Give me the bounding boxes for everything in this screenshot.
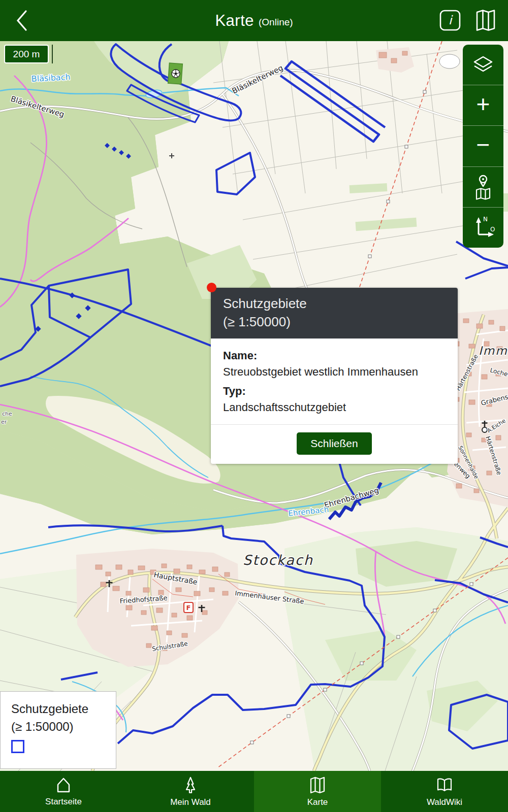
label-fragment: che xyxy=(2,411,12,417)
zoom-in-button[interactable]: + xyxy=(463,85,503,125)
soccer-field-icon xyxy=(168,63,183,84)
scale-label: 200 m xyxy=(13,49,40,60)
nav-label: WaldWiki xyxy=(427,797,462,807)
selected-feature-marker[interactable] xyxy=(207,283,216,292)
north-label: N xyxy=(483,216,488,223)
info-icon[interactable]: i xyxy=(439,9,461,32)
svg-text:i: i xyxy=(449,13,453,27)
page-title-suffix: (Online) xyxy=(259,17,293,28)
page-title: Karte (Online) xyxy=(0,0,508,41)
scale-indicator: 200 m xyxy=(4,45,49,63)
nav-label: Startseite xyxy=(45,797,82,807)
layers-icon xyxy=(470,53,496,77)
fire-station-icon: F xyxy=(184,602,193,613)
locate-on-map-button[interactable] xyxy=(463,166,503,207)
legend-scale: (≥ 1:50000) xyxy=(11,718,116,735)
plus-icon: + xyxy=(477,92,490,116)
place-label: Stockach xyxy=(243,552,313,568)
place-label: Imm xyxy=(479,344,508,357)
map-layout-icon[interactable] xyxy=(474,9,497,32)
map-controls: + − N O xyxy=(463,45,503,248)
field-value-type: Landschaftsschutzgebiet xyxy=(223,401,446,414)
home-icon xyxy=(53,776,74,794)
popup-header: Schutzgebiete (≥ 1:50000) xyxy=(211,288,458,339)
feature-info-popup: Schutzgebiete (≥ 1:50000) Name: Streuobs… xyxy=(211,288,458,464)
popup-body: Name: Streuobstgebiet westlich Immenhaus… xyxy=(211,339,458,424)
svg-text:F: F xyxy=(186,604,191,612)
layers-button[interactable] xyxy=(463,45,503,85)
page-title-text: Karte xyxy=(215,12,254,30)
tree-icon xyxy=(180,775,201,795)
locate-map-icon xyxy=(470,173,496,201)
app-header: Karte (Online) i xyxy=(0,0,508,41)
east-label: O xyxy=(490,226,495,233)
water-label: Bläsibach xyxy=(31,72,71,84)
minus-icon: − xyxy=(477,133,490,156)
popup-title: Schutzgebiete xyxy=(223,294,446,313)
field-label-type: Typ: xyxy=(223,385,446,398)
close-button[interactable]: Schließen xyxy=(297,432,371,455)
legend-title: Schutzgebiete xyxy=(11,700,116,718)
map-view[interactable]: F Bläsibach Bläsikelterweg Bläsikelterwe… xyxy=(0,41,508,771)
legend-symbol-square xyxy=(11,740,24,753)
field-value-name: Streuobstgebiet westlich Immenhausen xyxy=(223,365,446,379)
nav-label: Mein Wald xyxy=(170,797,211,807)
popup-title-scale: (≥ 1:50000) xyxy=(223,313,446,331)
compass-button[interactable]: N O xyxy=(463,207,503,248)
bottom-navigation: Startseite Mein Wald Karte WaldWiki xyxy=(0,771,508,812)
nav-item-karte[interactable]: Karte xyxy=(254,771,381,812)
field-label-name: Name: xyxy=(223,349,446,362)
book-icon xyxy=(434,775,455,795)
nav-item-startseite[interactable]: Startseite xyxy=(0,771,127,812)
popup-footer: Schließen xyxy=(211,424,458,464)
nav-item-waldwiki[interactable]: WaldWiki xyxy=(381,771,508,812)
map-icon xyxy=(307,775,328,795)
legend-panel: Schutzgebiete (≥ 1:50000) xyxy=(0,691,116,769)
zoom-out-button[interactable]: − xyxy=(463,125,503,166)
compass-icon: N O xyxy=(469,214,497,241)
nav-label: Karte xyxy=(307,797,328,807)
label-fragment: er xyxy=(1,419,7,425)
nav-item-mein-wald[interactable]: Mein Wald xyxy=(127,771,254,812)
